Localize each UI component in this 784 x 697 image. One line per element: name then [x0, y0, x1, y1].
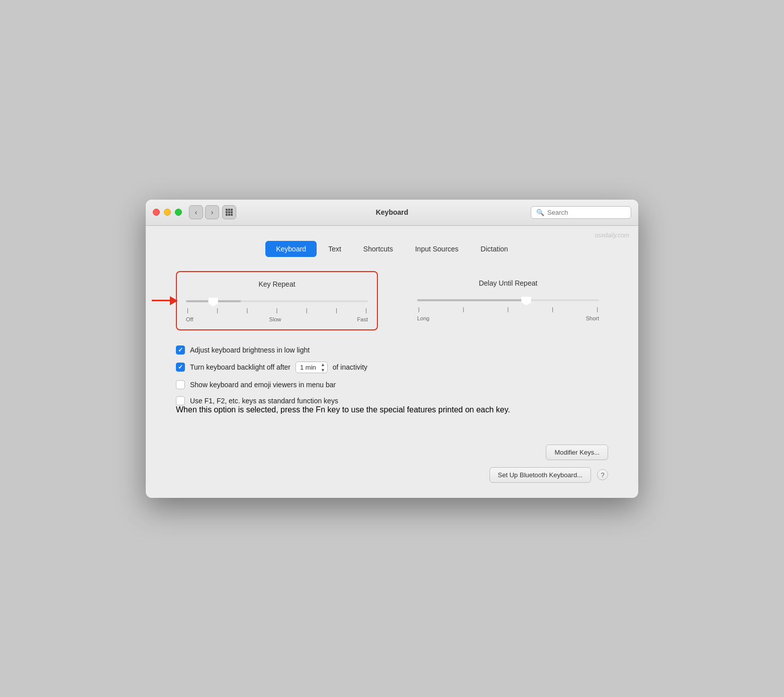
search-icon: 🔍 [536, 209, 544, 216]
key-repeat-labels: Off Slow Fast [186, 316, 368, 322]
delay-until-repeat-track [417, 299, 599, 301]
checkbox-backlight-label: Turn keyboard backlight off after [190, 363, 290, 371]
sliders-row: Key Repeat | | | | | [176, 271, 608, 330]
titlebar: ‹ › Keyboard 🔍 [146, 200, 638, 226]
checkbox-backlight[interactable] [176, 363, 185, 372]
checkbox-fn-row: Use F1, F2, etc. keys as standard functi… [176, 396, 608, 405]
delay-until-repeat-title: Delay Until Repeat [417, 279, 599, 287]
key-repeat-title: Key Repeat [186, 280, 368, 288]
key-repeat-slider-wrapper: | | | | | | | Off Slow Fast [186, 296, 368, 322]
select-arrows-icon: ▲ ▼ [321, 362, 325, 373]
checkbox-brightness[interactable] [176, 345, 185, 355]
content-area: osxdaily.com Keyboard Text Shortcuts Inp… [146, 226, 638, 498]
checkbox-emoji-row: Show keyboard and emoji viewers in menu … [176, 380, 608, 389]
tab-keyboard[interactable]: Keyboard [265, 241, 317, 257]
checkbox-fn-note: When this option is selected, press the … [176, 405, 608, 414]
arrow-line [152, 300, 170, 301]
svg-rect-1 [228, 209, 230, 211]
tab-shortcuts[interactable]: Shortcuts [353, 241, 404, 257]
delay-long-label: Long [417, 315, 429, 321]
delay-short-label: Short [586, 315, 599, 321]
checkbox-brightness-row: Adjust keyboard brightness in low light [176, 345, 608, 355]
key-repeat-off-label: Off [186, 316, 193, 322]
key-repeat-slow-label: Slow [269, 316, 281, 322]
traffic-lights [153, 209, 182, 216]
tab-dictation[interactable]: Dictation [470, 241, 518, 257]
checkbox-backlight-row: Turn keyboard backlight off after 1 min … [176, 362, 608, 373]
svg-rect-3 [226, 211, 228, 213]
window-title: Keyboard [376, 208, 409, 216]
close-button[interactable] [153, 209, 160, 216]
tabs: Keyboard Text Shortcuts Input Sources Di… [176, 241, 608, 257]
arrow-indicator [152, 296, 178, 305]
bottom-row: Set Up Bluetooth Keyboard... ? [489, 467, 608, 483]
watermark: osxdaily.com [595, 232, 629, 239]
delay-until-repeat-slider-wrapper: | | | | | Long Short [417, 295, 599, 321]
grid-button[interactable] [222, 205, 236, 219]
maximize-button[interactable] [175, 209, 182, 216]
backlight-suffix: of inactivity [333, 363, 367, 371]
key-repeat-track [186, 300, 368, 302]
modifier-keys-button[interactable]: Modifier Keys... [546, 445, 608, 460]
window: ‹ › Keyboard 🔍 osxdaily.com [146, 200, 638, 498]
tab-text[interactable]: Text [318, 241, 352, 257]
bluetooth-keyboard-button[interactable]: Set Up Bluetooth Keyboard... [489, 467, 591, 483]
bottom-buttons: Modifier Keys... Set Up Bluetooth Keyboa… [176, 445, 608, 483]
modifier-keys-row: Modifier Keys... [546, 445, 608, 460]
svg-rect-6 [226, 214, 228, 216]
back-button[interactable]: ‹ [189, 205, 203, 219]
forward-button[interactable]: › [205, 205, 219, 219]
svg-rect-0 [226, 209, 228, 211]
delay-until-repeat-section: Delay Until Repeat | | | | [408, 271, 608, 328]
checkbox-brightness-label: Adjust keyboard brightness in low light [190, 346, 310, 354]
checkbox-backlight-group: Turn keyboard backlight off after 1 min … [176, 362, 608, 373]
svg-rect-2 [231, 209, 233, 211]
backlight-time-select[interactable]: 1 min ▲ ▼ [296, 362, 328, 373]
svg-rect-8 [231, 214, 233, 216]
checkbox-emoji[interactable] [176, 380, 185, 389]
svg-rect-7 [228, 214, 230, 216]
key-repeat-tick-row: | [187, 307, 188, 313]
minimize-button[interactable] [164, 209, 171, 216]
key-repeat-fast-label: Fast [357, 316, 368, 322]
backlight-time-value: 1 min [300, 364, 316, 371]
key-repeat-section: Key Repeat | | | | | [176, 271, 378, 330]
checkbox-fn-group: Use F1, F2, etc. keys as standard functi… [176, 396, 608, 414]
svg-rect-5 [231, 211, 233, 213]
search-box[interactable]: 🔍 [531, 206, 631, 219]
checkboxes-section: Adjust keyboard brightness in low light … [176, 345, 608, 414]
delay-until-repeat-thumb[interactable] [521, 295, 531, 306]
help-button[interactable]: ? [597, 469, 608, 480]
nav-buttons: ‹ › [189, 205, 219, 219]
svg-rect-4 [228, 211, 230, 213]
checkbox-emoji-label: Show keyboard and emoji viewers in menu … [190, 381, 336, 389]
checkbox-fn-label: Use F1, F2, etc. keys as standard functi… [190, 397, 338, 405]
tab-input-sources[interactable]: Input Sources [405, 241, 469, 257]
arrow-head [170, 296, 178, 305]
checkbox-fn[interactable] [176, 396, 185, 405]
delay-until-repeat-labels: Long Short [417, 315, 599, 321]
key-repeat-thumb[interactable] [208, 296, 218, 307]
search-input[interactable] [547, 209, 626, 216]
